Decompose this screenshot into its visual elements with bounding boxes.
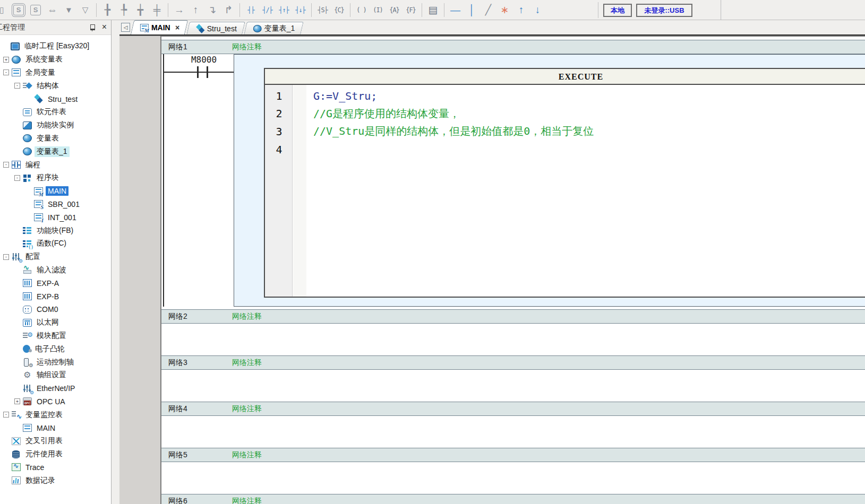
tree-item[interactable]: 变量表_1	[0, 145, 111, 158]
expand-toggle-icon[interactable]: +	[14, 398, 20, 404]
stl-box-icon[interactable]: S	[30, 5, 41, 15]
ladder-editor-canvas[interactable]: 网络1 网络注释 M8000 EXECUTE 1G:=V_Stru;2//G是程…	[160, 36, 865, 504]
network-body[interactable]: M8000 EXECUTE 1G:=V_Stru;2//G是程序使用的结构体变量…	[161, 54, 865, 309]
tree-item[interactable]: MAIN	[0, 421, 111, 435]
network-body[interactable]	[161, 416, 865, 448]
tree-item[interactable]: 交叉引用表	[0, 435, 111, 448]
network-4[interactable]: 网络4 网络注释	[161, 402, 865, 448]
clipped-tool-icon[interactable]: ▯	[0, 3, 10, 17]
tree-item[interactable]: MAIN	[0, 185, 111, 198]
contact-open-icon[interactable]: ┤├	[243, 3, 259, 17]
tree-item[interactable]: Stru_test	[0, 92, 111, 106]
brace-c-icon[interactable]: {C}	[331, 3, 347, 17]
contact-set-icon[interactable]: ┤S├	[314, 3, 331, 17]
coil-inverse-icon[interactable]: (I)	[370, 3, 386, 17]
tree-item[interactable]: -配置	[0, 250, 111, 264]
expand-toggle-icon[interactable]: -	[3, 69, 9, 75]
draw-vline-icon[interactable]: │	[464, 3, 480, 17]
expand-toggle-icon[interactable]: +	[3, 57, 9, 63]
insert-down-hollow-icon[interactable]: ▽	[77, 3, 93, 17]
tree-item[interactable]: EtherNet/IP	[0, 382, 111, 395]
network-comment[interactable]: 网络注释	[232, 312, 262, 321]
code-line[interactable]: 3//V_Stru是同样的结构体，但是初始值都是0，相当于复位	[265, 123, 865, 141]
tree-item[interactable]: 数据记录	[0, 474, 111, 487]
tab-scroll-left-button[interactable]: ◁	[121, 23, 130, 32]
code-line[interactable]: 1G:=V_Stru;	[265, 87, 865, 105]
code-text[interactable]: //G是程序使用的结构体变量，	[293, 107, 460, 121]
network-2[interactable]: 网络2 网络注释	[161, 309, 865, 355]
tree-item[interactable]: -程序块	[0, 171, 111, 185]
move-up-icon[interactable]: ↑	[513, 3, 529, 17]
network-comment[interactable]: 网络注释	[232, 497, 262, 504]
tree-item[interactable]: 功能块实例	[0, 119, 111, 132]
tree-item[interactable]: 轴组设置	[0, 369, 111, 382]
tree-item[interactable]: -编程	[0, 158, 111, 171]
tree-item[interactable]: -变量监控表	[0, 408, 111, 421]
tree-item[interactable]: 输入滤波	[0, 264, 111, 277]
tree-item[interactable]: 临时工程 [Easy320]	[0, 40, 111, 53]
tree-item[interactable]: +OPC UA	[0, 395, 111, 409]
coil-output-icon[interactable]: ( )	[353, 3, 370, 17]
login-status-button[interactable]: 未登录::USB	[636, 4, 692, 17]
st-code-area[interactable]: 1G:=V_Stru;2//G是程序使用的结构体变量，3//V_Stru是同样的…	[265, 85, 865, 297]
expand-toggle-icon[interactable]: -	[3, 412, 9, 418]
tree-item[interactable]: 元件使用表	[0, 448, 111, 461]
local-mode-button[interactable]: 本地	[603, 4, 632, 17]
expand-toggle-icon[interactable]: -	[14, 83, 20, 89]
arrow-right-icon[interactable]: →	[171, 3, 187, 17]
execute-block[interactable]: EXECUTE 1G:=V_Stru;2//G是程序使用的结构体变量，3//V_…	[264, 68, 865, 298]
tree-item[interactable]: 变量表	[0, 132, 111, 145]
tree-item[interactable]: 函数(FC)	[0, 237, 111, 250]
expand-toggle-icon[interactable]: -	[3, 254, 9, 260]
tree-item[interactable]: 运动控制轴	[0, 355, 111, 369]
code-text[interactable]: //V_Stru是同样的结构体，但是初始值都是0，相当于复位	[293, 124, 594, 138]
function-block-region[interactable]: EXECUTE 1G:=V_Stru;2//G是程序使用的结构体变量，3//V_…	[234, 54, 865, 307]
network-3[interactable]: 网络3 网络注释	[161, 355, 865, 402]
network-6[interactable]: 网络6 网络注释	[161, 494, 865, 504]
node-shape-icon[interactable]: ⇔	[44, 3, 61, 17]
tree-item[interactable]: 模块配置	[0, 329, 111, 343]
network-comment[interactable]: 网络注释	[232, 404, 262, 414]
tree-item[interactable]: -全局变量	[0, 66, 111, 80]
network-comment[interactable]: 网络注释	[232, 450, 262, 460]
tree-item[interactable]: INT_001	[0, 211, 111, 224]
code-text[interactable]: G:=V_Stru;	[293, 90, 377, 102]
network-header[interactable]: 网络6 网络注释	[161, 494, 865, 504]
contact-closed-icon[interactable]: ┤/├	[259, 3, 276, 17]
network-header[interactable]: 网络5 网络注释	[161, 448, 865, 462]
network-body[interactable]	[161, 462, 865, 494]
network-body[interactable]	[161, 324, 865, 355]
pin-icon[interactable]	[89, 24, 95, 31]
move-down-icon[interactable]: ↓	[529, 3, 546, 17]
branch-parallel-icon[interactable]: ╪	[149, 3, 165, 17]
tab-main[interactable]: MAIN ×	[131, 20, 188, 34]
delete-line-icon[interactable]: ╱	[480, 3, 496, 17]
arrow-right-up-icon[interactable]: ↱	[220, 3, 237, 17]
instruction-block-icon[interactable]: ▤	[425, 3, 441, 17]
tree-item[interactable]: 以太网	[0, 316, 111, 329]
branch-insert-icon[interactable]: ╈	[132, 3, 149, 17]
tree-item[interactable]: 软元件表	[0, 106, 111, 119]
network-header[interactable]: 网络1 网络注释	[161, 40, 865, 54]
tree-item[interactable]: EXP-B	[0, 290, 111, 303]
tree-item[interactable]: Trace	[0, 461, 111, 474]
tree-item[interactable]: SBR_001	[0, 198, 111, 211]
contact-falling-icon[interactable]: ┤↓├	[292, 3, 309, 17]
tree-item[interactable]: COM0	[0, 303, 111, 316]
stl-box-double-icon[interactable]: S	[13, 5, 24, 15]
network-header[interactable]: 网络4 网络注释	[161, 402, 865, 416]
brace-a-icon[interactable]: {A}	[386, 3, 402, 17]
network-1[interactable]: 网络1 网络注释 M8000 EXECUTE 1G:=V_Stru;2//G是程…	[161, 40, 865, 309]
branch-close-icon[interactable]: ╄	[116, 3, 132, 17]
contact-rising-icon[interactable]: ┤↑├	[276, 3, 292, 17]
close-icon[interactable]: ×	[102, 22, 107, 32]
draw-hline-icon[interactable]: —	[447, 3, 464, 17]
network-header[interactable]: 网络3 网络注释	[161, 355, 865, 370]
tab-close-icon[interactable]: ×	[175, 23, 179, 32]
tree-item[interactable]: 电子凸轮	[0, 342, 111, 355]
arrow-down-right-icon[interactable]: ↴	[204, 3, 220, 17]
contact-operand[interactable]: M8000	[186, 55, 222, 65]
panel-splitter[interactable]	[112, 20, 119, 504]
code-line[interactable]: 4	[265, 141, 865, 159]
tree-item[interactable]: +系统变量表	[0, 53, 111, 66]
